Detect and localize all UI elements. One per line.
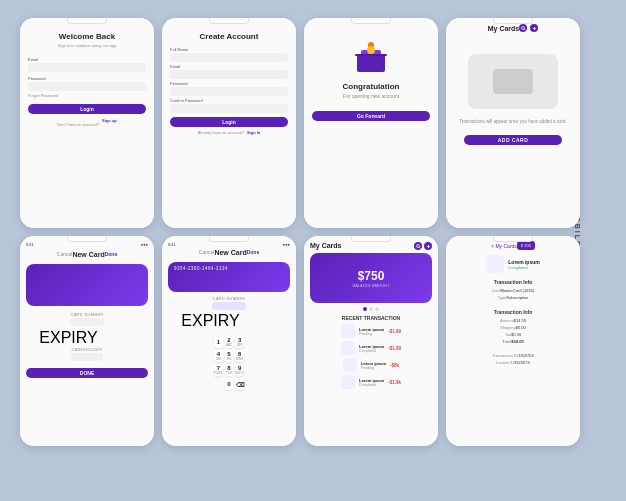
welcome-subtitle: Sign in to continue using our app (58, 43, 116, 48)
cardholder-label-5: CARDHOLDER (71, 347, 102, 352)
mycards-title: My Cards (488, 25, 520, 32)
cardholder-input-5[interactable] (71, 353, 102, 361)
email-input-2[interactable] (170, 70, 288, 79)
time-display-6: 9:41 (168, 242, 176, 247)
key-1[interactable]: 1 (214, 336, 223, 348)
time-display-5: 9:41 (26, 242, 34, 247)
expiry-group-5: EXPIRY (39, 329, 97, 347)
mycards-icons (519, 24, 538, 32)
done-btn-6[interactable]: Done (247, 249, 260, 256)
card-number-label-6: CARD NUMBER (212, 296, 245, 301)
card-number-group-6: CARD NUMBER (212, 296, 245, 310)
email-input-1[interactable] (28, 63, 146, 72)
forgot-link[interactable]: Forgot Password (28, 93, 58, 98)
card-number-input-5[interactable] (70, 318, 103, 326)
key-9[interactable]: 9WXYZ (235, 364, 244, 376)
cardholder-group-5: CARDHOLDER (71, 347, 102, 361)
key-4[interactable]: 4GHI (214, 350, 223, 362)
merchant-row: Lorem ipsum Completed (486, 255, 539, 273)
dot-2 (369, 307, 373, 311)
balance-card: $750 BALANCE AMOUNT (310, 253, 432, 303)
txn-row-3[interactable]: Lorem ipsum Pending -$8k (343, 358, 399, 372)
signup-link[interactable]: Sign up (102, 118, 117, 127)
key-3[interactable]: 3DEF (235, 336, 244, 348)
back-button[interactable]: < My Cards (491, 243, 517, 249)
newcard-header-blank: Cancel New Card Done (57, 251, 117, 258)
txn-row-2[interactable]: Lorem ipsum Completed -$1.99 (341, 341, 401, 355)
screen-newcard-kb: 9:41 ●●● Cancel New Card Done 9354-2360-… (162, 236, 296, 446)
phone-txn-detail: < My Cards $ 200 Lorem ipsum Completed T… (446, 236, 580, 446)
congrats-subtitle: For opening new account (343, 93, 399, 99)
search-icon-7[interactable] (414, 242, 422, 250)
screen-welcome: Welcome Back Sign in to continue using o… (20, 18, 154, 228)
done-btn-5[interactable]: Done (105, 251, 118, 258)
phone-create: Create Account Full Name Email Password … (162, 18, 296, 228)
screen-newcard-blank: 9:41 ●●● Cancel New Card Done CARD NUMBE… (20, 236, 154, 446)
txn-row-1[interactable]: Lorem ipsum Pending -$1.99 (341, 324, 401, 338)
cancel-btn-6[interactable]: Cancel (199, 249, 215, 256)
numpad-keyboard: 1 2ABC 3DEF 4GHI 5JKL 6MNO 7PQRS 8TUV 9W… (214, 336, 244, 390)
status-icons-6: ●●● (283, 242, 290, 247)
txn-status-3: Pending (361, 366, 386, 370)
go-forward-btn[interactable]: Go Forward (312, 111, 430, 121)
login-button-2[interactable]: Login (170, 117, 288, 127)
confirm-input[interactable] (170, 104, 288, 113)
txn-amount-2: -$1.99 (388, 346, 401, 351)
login-button-1[interactable]: Login (28, 104, 146, 114)
phone-mycards-empty: My Cards Transactions will appear once y… (446, 18, 580, 228)
card-dots (363, 307, 379, 311)
txn-status-4: Completed (359, 383, 384, 387)
card-row: Card MasterCard (1234) (492, 288, 534, 293)
amount-val: $14.59 (514, 318, 526, 323)
txn-row-4[interactable]: Lorem ipsum Completed -$1.9k (341, 375, 401, 389)
total-key: Total (502, 339, 511, 344)
merchant-name: Lorem ipsum (508, 259, 539, 265)
balance-label: BALANCE AMOUNT (353, 283, 390, 288)
key-5[interactable]: 5JKL (225, 350, 234, 362)
card-number-display: 9354-2360-1464-2134 (168, 262, 290, 275)
create-title: Create Account (200, 32, 259, 41)
password-input-1[interactable] (28, 82, 146, 91)
svg-line-6 (524, 29, 525, 30)
type-key: Type (498, 295, 507, 300)
cancel-btn-5[interactable]: Cancel (57, 251, 73, 258)
merchant-status: Completed (508, 265, 539, 270)
notch-2 (209, 18, 249, 24)
type-row: Type Subscription (498, 295, 529, 300)
txn-status-1: Pending (359, 332, 384, 336)
done-button-5[interactable]: DONE (26, 368, 148, 378)
txn-info-3: Lorem ipsum Pending (361, 361, 386, 370)
amount-row: Amount $14.59 (500, 318, 526, 323)
invoice-val: 3925674 (514, 360, 530, 365)
svg-point-3 (367, 46, 375, 54)
signin-link[interactable]: Sign In (247, 130, 260, 135)
txn-info-4: Lorem ipsum Completed (359, 378, 384, 387)
no-account-text: Don't have an account? (57, 122, 99, 127)
txn-name-3: Lorem ipsum (361, 361, 386, 366)
key-7[interactable]: 7PQRS (214, 364, 223, 376)
mycards-balance-header: My Cards (310, 242, 432, 250)
txn-icon-4 (341, 375, 355, 389)
password-input-2[interactable] (170, 87, 288, 96)
key-0[interactable]: 0 (225, 378, 234, 390)
password-label-1: Password (28, 76, 46, 81)
phone-congrats: Congratulation For opening new account G… (304, 18, 438, 228)
status-icons-5: ●●● (141, 242, 148, 247)
key-delete[interactable]: ⌫ (235, 378, 244, 390)
merchant-info: Lorem ipsum Completed (508, 259, 539, 270)
card-number-input-6[interactable] (212, 302, 245, 310)
tax-row: Tax $0.56 (505, 332, 521, 337)
expiry-cvv-row-5: EXPIRY CVV (39, 329, 134, 347)
total-row: Total $18.00 (502, 339, 524, 344)
search-icon[interactable] (519, 24, 527, 32)
add-icon-7[interactable] (424, 242, 432, 250)
key-8[interactable]: 8TUV (225, 364, 234, 376)
key-6[interactable]: 6MNO (235, 350, 244, 362)
newcard-title-5: New Card (72, 251, 104, 258)
key-2[interactable]: 2ABC (225, 336, 234, 348)
fullname-input[interactable] (170, 53, 288, 62)
add-card-btn[interactable]: ADD CARD (464, 135, 562, 145)
mycards-balance-title: My Cards (310, 242, 342, 250)
add-icon[interactable] (530, 24, 538, 32)
fullname-label: Full Name (170, 47, 188, 52)
